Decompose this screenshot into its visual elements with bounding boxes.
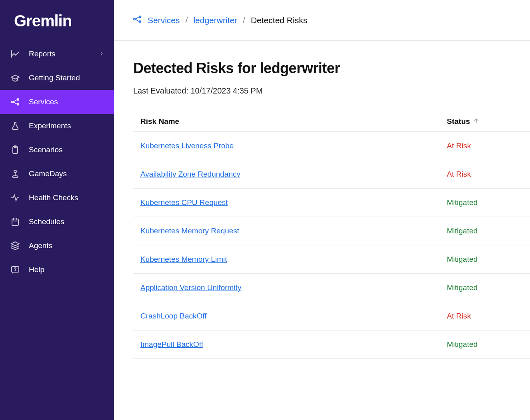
chart-icon [10, 48, 21, 60]
table-row: Application Version UniformityMitigated [133, 274, 530, 302]
svg-line-3 [13, 100, 17, 102]
risk-link[interactable]: Kubernetes Memory Limit [140, 255, 227, 263]
svg-point-1 [17, 99, 19, 100]
sidebar-item-experiments[interactable]: Experiments [0, 114, 114, 138]
sidebar-item-label: Health Checks [29, 193, 78, 202]
sidebar-item-agents[interactable]: Agents [0, 234, 114, 258]
svg-point-16 [15, 271, 16, 271]
sidebar-item-getting-started[interactable]: Getting Started [0, 66, 114, 90]
status-badge: Mitigated [447, 227, 478, 235]
status-badge: Mitigated [447, 283, 478, 292]
sidebar-item-label: Schedules [29, 217, 64, 226]
sidebar-item-services[interactable]: Services [0, 90, 114, 114]
table-header: Risk Name Status [133, 111, 530, 132]
help-icon [10, 264, 21, 275]
flask-icon [10, 120, 21, 131]
svg-point-9 [12, 176, 18, 178]
main-content: Services / ledgerwriter / Detected Risks… [114, 0, 530, 420]
table-body: Kubernetes Liveness ProbeAt RiskAvailabi… [133, 132, 530, 359]
status-badge: At Risk [447, 141, 471, 150]
breadcrumb-current: Detected Risks [251, 16, 307, 25]
last-evaluated: Last Evaluated: 10/17/2023 4:35 PM [133, 86, 530, 96]
svg-rect-10 [12, 219, 18, 225]
breadcrumb-separator: / [243, 16, 245, 25]
pulse-icon [10, 192, 21, 203]
sidebar-item-label: Scenarios [29, 145, 63, 154]
svg-line-20 [135, 17, 139, 19]
risks-table: Risk Name Status Kubernetes Liveness Pro… [133, 111, 530, 359]
table-row: Kubernetes Memory RequestMitigated [133, 217, 530, 245]
table-row: Kubernetes Liveness ProbeAt Risk [133, 132, 530, 160]
sidebar: Gremlin ReportsGetting StartedServicesEx… [0, 0, 114, 420]
breadcrumb-separator: / [186, 16, 188, 25]
chevron-right-icon [99, 50, 104, 58]
column-risk-name[interactable]: Risk Name [140, 117, 447, 126]
breadcrumb: Services / ledgerwriter / Detected Risks [114, 0, 530, 41]
risk-link[interactable]: Availability Zone Redundancy [140, 170, 240, 178]
sidebar-item-label: GameDays [29, 169, 67, 178]
table-row: Kubernetes CPU RequestMitigated [133, 189, 530, 217]
risk-link[interactable]: Kubernetes CPU Request [140, 198, 228, 207]
sidebar-item-scenarios[interactable]: Scenarios [0, 138, 114, 162]
svg-line-21 [135, 19, 139, 22]
table-row: Availability Zone RedundancyAt Risk [133, 160, 530, 189]
page-content: Detected Risks for ledgerwriter Last Eva… [114, 41, 530, 359]
sidebar-item-health-checks[interactable]: Health Checks [0, 186, 114, 210]
svg-line-4 [13, 102, 17, 104]
status-badge: At Risk [447, 312, 471, 320]
svg-point-2 [17, 104, 19, 105]
risk-link[interactable]: CrashLoop BackOff [140, 312, 206, 320]
risk-link[interactable]: Application Version Uniformity [140, 283, 241, 292]
risk-link[interactable]: ImagePull BackOff [140, 340, 203, 348]
svg-point-19 [139, 21, 141, 22]
layers-icon [10, 240, 21, 251]
grad-cap-icon [10, 72, 21, 84]
svg-point-17 [134, 18, 135, 20]
sidebar-item-label: Reports [29, 50, 56, 58]
sidebar-item-label: Help [29, 265, 44, 274]
svg-point-18 [139, 16, 141, 18]
sidebar-item-label: Agents [29, 241, 52, 250]
sidebar-item-help[interactable]: Help [0, 258, 114, 282]
sidebar-item-label: Getting Started [29, 74, 80, 82]
breadcrumb-services-link[interactable]: Services [148, 16, 180, 25]
breadcrumb-service-link[interactable]: ledgerwriter [193, 16, 237, 25]
svg-point-7 [14, 170, 16, 173]
sidebar-item-gamedays[interactable]: GameDays [0, 162, 114, 186]
calendar-icon [10, 216, 21, 227]
nav-list: ReportsGetting StartedServicesExperiment… [0, 42, 114, 282]
clipboard-icon [10, 144, 21, 155]
risk-link[interactable]: Kubernetes Liveness Probe [140, 141, 234, 150]
network-icon [10, 96, 21, 107]
svg-marker-14 [11, 242, 19, 246]
status-badge: At Risk [447, 170, 471, 179]
sidebar-item-label: Services [29, 98, 58, 106]
page-title: Detected Risks for ledgerwriter [133, 60, 530, 77]
svg-point-0 [12, 101, 13, 103]
logo: Gremlin [0, 8, 114, 42]
sidebar-item-schedules[interactable]: Schedules [0, 210, 114, 234]
network-icon [132, 14, 142, 26]
sort-ascending-icon [473, 117, 480, 125]
joystick-icon [10, 168, 21, 179]
status-badge: Mitigated [447, 198, 478, 207]
sidebar-item-reports[interactable]: Reports [0, 42, 114, 66]
table-row: CrashLoop BackOffAt Risk [133, 302, 530, 330]
table-row: ImagePull BackOffMitigated [133, 330, 530, 359]
sidebar-item-label: Experiments [29, 121, 71, 130]
risk-link[interactable]: Kubernetes Memory Request [140, 227, 239, 235]
status-badge: Mitigated [447, 340, 478, 349]
table-row: Kubernetes Memory LimitMitigated [133, 245, 530, 274]
status-badge: Mitigated [447, 255, 478, 264]
column-status[interactable]: Status [447, 117, 523, 126]
